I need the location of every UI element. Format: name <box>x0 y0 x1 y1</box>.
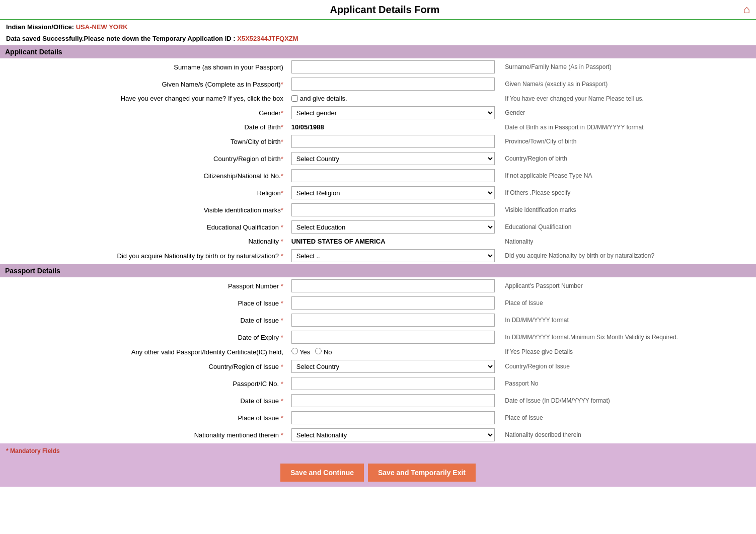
date-expiry-input[interactable] <box>291 331 495 344</box>
name-change-row: Have you ever changed your name? If yes,… <box>0 93 756 104</box>
passport-number-input[interactable] <box>291 279 495 292</box>
home-icon[interactable]: ⌂ <box>743 3 750 16</box>
mission-value: USA-NEW YORK <box>76 23 128 31</box>
ic-place-issue-hint: Place of Issue <box>499 409 756 426</box>
education-select-cell: Select Education Below Matriculation Mat… <box>287 218 499 236</box>
name-change-cell: and give details. <box>287 93 499 104</box>
button-bar: Save and Continue Save and Temporarily E… <box>0 459 756 487</box>
save-continue-button[interactable]: Save and Continue <box>280 464 364 482</box>
passport-number-label: Passport Number * <box>0 277 287 294</box>
nationality-acquire-row: Did you acquire Nationality by birth or … <box>0 247 756 264</box>
date-issue-row: Date of Issue * In DD/MM/YYYY format <box>0 312 756 329</box>
given-name-input[interactable] <box>291 78 495 91</box>
religion-row: Religion* Select Religion Hindu Muslim C… <box>0 184 756 201</box>
country-issue-select-cell: Select Country <box>287 358 499 375</box>
save-exit-button[interactable]: Save and Temporarily Exit <box>368 464 476 482</box>
name-change-hint: If You have ever changed your Name Pleas… <box>499 93 756 104</box>
subheader: Indian Mission/Office: USA-NEW YORK Data… <box>0 20 756 45</box>
app-id: X5X52344JTFQXZM <box>237 35 298 42</box>
ic-date-issue-input[interactable] <box>291 394 495 407</box>
nationality-row: Nationality * UNITED STATES OF AMERICA N… <box>0 236 756 247</box>
place-issue-row: Place of Issue * Place of Issue <box>0 294 756 312</box>
date-issue-input[interactable] <box>291 314 495 327</box>
save-message: Data saved Successfully.Please note down… <box>6 35 236 42</box>
nationality-therein-select[interactable]: Select Nationality <box>291 428 495 441</box>
visible-marks-row: Visible identification marks* Visible id… <box>0 201 756 218</box>
date-issue-hint: In DD/MM/YYYY format <box>499 312 756 329</box>
town-city-input-cell <box>287 133 499 150</box>
date-issue-label: Date of Issue * <box>0 312 287 329</box>
religion-select[interactable]: Select Religion Hindu Muslim Christian S… <box>291 186 495 199</box>
surname-label: Surname (as shown in your Passport) <box>0 58 287 75</box>
education-hint: Educational Qualification <box>499 218 756 236</box>
nationality-acquire-hint: Did you acquire Nationality by birth or … <box>499 247 756 264</box>
education-row: Educational Qualification * Select Educa… <box>0 218 756 236</box>
passport-form-table: Passport Number * Applicant's Passport N… <box>0 277 756 443</box>
other-passport-yes-radio[interactable] <box>291 348 298 354</box>
other-passport-yes-label[interactable]: Yes <box>291 348 311 356</box>
footer-bar: * Mandatory Fields <box>0 443 756 459</box>
other-passport-row: Any other valid Passport/Identity Certif… <box>0 346 756 358</box>
given-name-row: Given Name/s (Complete as in Passport)* … <box>0 75 756 93</box>
other-passport-no-label[interactable]: No <box>315 348 332 356</box>
surname-input[interactable] <box>291 60 495 73</box>
other-passport-no-radio[interactable] <box>315 348 322 354</box>
nationality-therein-row: Nationality mentioned therein * Select N… <box>0 426 756 443</box>
education-select[interactable]: Select Education Below Matriculation Mat… <box>291 220 495 234</box>
place-issue-input[interactable] <box>291 296 495 310</box>
gender-select-cell: Select gender Male Female Other <box>287 104 499 121</box>
ic-place-issue-label: Place of Issue * <box>0 409 287 426</box>
country-issue-hint: Country/Region of Issue <box>499 358 756 375</box>
visible-marks-label: Visible identification marks* <box>0 201 287 218</box>
place-issue-hint: Place of Issue <box>499 294 756 312</box>
country-issue-row: Country/Region of Issue * Select Country… <box>0 358 756 375</box>
other-passport-radio-cell: Yes No <box>287 346 499 358</box>
country-birth-select-cell: Select Country <box>287 150 499 167</box>
gender-select[interactable]: Select gender Male Female Other <box>291 106 495 119</box>
country-birth-hint: Country/Region of birth <box>499 150 756 167</box>
other-passport-label: Any other valid Passport/Identity Certif… <box>0 346 287 358</box>
applicant-form-table: Surname (as shown in your Passport) Surn… <box>0 58 756 264</box>
ic-place-issue-row: Place of Issue * Place of Issue <box>0 409 756 426</box>
surname-input-cell <box>287 58 499 75</box>
given-name-input-cell <box>287 75 499 93</box>
dob-label: Date of Birth* <box>0 121 287 133</box>
education-label: Educational Qualification * <box>0 218 287 236</box>
dob-row: Date of Birth* 10/05/1988 Date of Birth … <box>0 121 756 133</box>
dob-hint: Date of Birth as in Passport in DD/MM/YY… <box>499 121 756 133</box>
passport-ic-row: Passport/IC No. * Passport No <box>0 375 756 392</box>
ic-date-issue-hint: Date of Issue (In DD/MM/YYYY format) <box>499 392 756 409</box>
place-issue-input-cell <box>287 294 499 312</box>
ic-place-issue-input[interactable] <box>291 411 495 424</box>
passport-ic-input[interactable] <box>291 377 495 390</box>
mandatory-note: * Mandatory Fields <box>6 447 60 454</box>
country-issue-label: Country/Region of Issue * <box>0 358 287 375</box>
nationality-acquire-select[interactable]: Select .. Birth Naturalization <box>291 249 495 262</box>
citizenship-input[interactable] <box>291 169 495 182</box>
town-city-input[interactable] <box>291 135 495 148</box>
dob-value: 10/05/1988 <box>291 123 324 131</box>
country-birth-select[interactable]: Select Country <box>291 152 495 165</box>
town-city-hint: Province/Town/City of birth <box>499 133 756 150</box>
citizenship-hint: If not applicable Please Type NA <box>499 167 756 184</box>
nationality-therein-label: Nationality mentioned therein * <box>0 426 287 443</box>
dob-value-cell: 10/05/1988 <box>287 121 499 133</box>
given-name-hint: Given Name/s (exactly as in Passport) <box>499 75 756 93</box>
nationality-value: UNITED STATES OF AMERICA <box>291 238 386 245</box>
passport-ic-input-cell <box>287 375 499 392</box>
page-header: Applicant Details Form ⌂ <box>0 0 756 20</box>
town-city-label: Town/City of birth* <box>0 133 287 150</box>
name-change-text: and give details. <box>300 95 347 102</box>
religion-label: Religion* <box>0 184 287 201</box>
surname-row: Surname (as shown in your Passport) Surn… <box>0 58 756 75</box>
visible-marks-input[interactable] <box>291 203 495 216</box>
name-change-checkbox[interactable] <box>291 95 298 102</box>
mission-label: Indian Mission/Office: <box>6 23 74 31</box>
passport-number-hint: Applicant's Passport Number <box>499 277 756 294</box>
citizenship-row: Citizenship/National Id No.* If not appl… <box>0 167 756 184</box>
visible-marks-input-cell <box>287 201 499 218</box>
citizenship-input-cell <box>287 167 499 184</box>
country-issue-select[interactable]: Select Country <box>291 360 495 373</box>
name-change-label: Have you ever changed your name? If yes,… <box>0 93 287 104</box>
date-expiry-hint: In DD/MM/YYYY format.Minimum Six Month V… <box>499 329 756 346</box>
